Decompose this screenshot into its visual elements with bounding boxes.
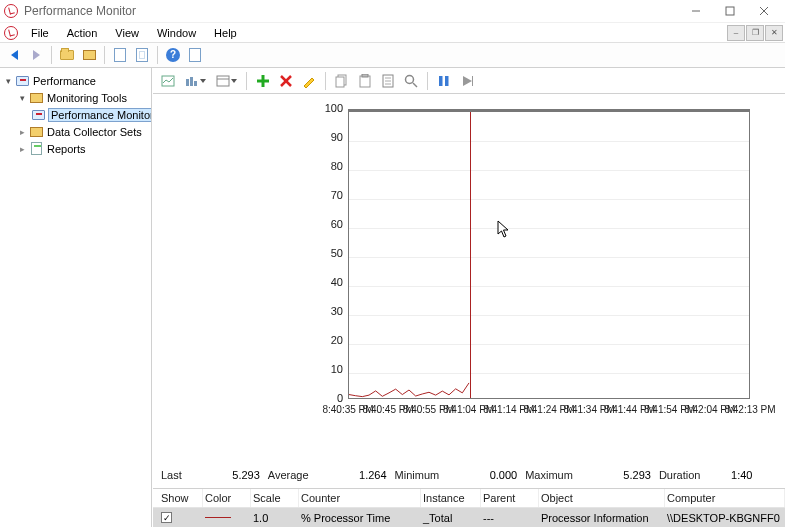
y-tick-label: 0 (319, 392, 343, 404)
tree-node-monitoring-tools[interactable]: ▾ Monitoring Tools (2, 89, 149, 106)
menu-view[interactable]: View (106, 25, 148, 41)
stat-duration-label: Duration (659, 469, 701, 481)
tree-node-data-collector-sets[interactable]: ▸ Data Collector Sets (2, 123, 149, 140)
col-counter[interactable]: Counter (299, 489, 421, 507)
help-button[interactable]: ? (163, 45, 183, 65)
add-counter-button[interactable] (252, 70, 274, 92)
counter-table[interactable]: Show Color Scale Counter Instance Parent… (153, 488, 785, 527)
tree-label: Data Collector Sets (47, 126, 142, 138)
menu-file[interactable]: File (22, 25, 58, 41)
folder-icon (60, 50, 74, 60)
toolbar: ? (0, 42, 785, 68)
expand-icon[interactable]: ▾ (16, 93, 28, 103)
x-tick-label: 8:42:13 PM (724, 404, 775, 415)
properties-button[interactable] (132, 45, 152, 65)
window-icon (83, 50, 96, 60)
svg-rect-5 (186, 79, 189, 86)
titlebar: Performance Monitor (0, 0, 785, 22)
y-tick-label: 50 (319, 247, 343, 259)
update-button[interactable] (456, 70, 478, 92)
close-button[interactable] (747, 1, 781, 21)
counter-row[interactable]: ✓ 1.0 % Processor Time _Total --- Proces… (153, 508, 785, 527)
chart-series-line (349, 112, 749, 398)
tree-label: Performance (33, 75, 96, 87)
expand-icon[interactable]: ▾ (2, 76, 14, 86)
folder-icon (30, 93, 43, 103)
chart-plot[interactable] (348, 109, 750, 399)
forward-button[interactable] (26, 45, 46, 65)
copy-properties-button[interactable] (331, 70, 353, 92)
stat-last-label: Last (161, 469, 182, 481)
svg-marker-26 (463, 76, 472, 86)
col-instance[interactable]: Instance (421, 489, 481, 507)
chart-type-button[interactable] (180, 70, 210, 92)
app-icon-small (4, 26, 18, 40)
y-tick-label: 10 (319, 363, 343, 375)
help-icon: ? (166, 48, 180, 62)
mdi-minimize-button[interactable]: – (727, 25, 745, 41)
stat-average-value: 1.264 (315, 468, 389, 482)
stat-minimum-value: 0.000 (445, 468, 519, 482)
tree-node-performance[interactable]: ▾ Performance (2, 72, 149, 89)
view-log-button[interactable] (157, 70, 179, 92)
highlight-button[interactable] (298, 70, 320, 92)
mdi-close-button[interactable]: ✕ (765, 25, 783, 41)
zoom-button[interactable] (400, 70, 422, 92)
new-window-button[interactable] (79, 45, 99, 65)
expand-icon[interactable]: ▸ (16, 144, 28, 154)
svg-rect-24 (439, 76, 443, 86)
menu-help[interactable]: Help (205, 25, 246, 41)
pane-icon (189, 48, 201, 62)
menu-window[interactable]: Window (148, 25, 205, 41)
svg-rect-16 (360, 76, 370, 87)
col-object[interactable]: Object (539, 489, 665, 507)
y-tick-label: 60 (319, 218, 343, 230)
view-select-button[interactable] (211, 70, 241, 92)
nav-tree[interactable]: ▾ Performance ▾ Monitoring Tools Perform… (0, 68, 152, 527)
sheet-icon (114, 48, 126, 62)
export-button[interactable] (110, 45, 130, 65)
tree-label: Reports (47, 143, 86, 155)
col-scale[interactable]: Scale (251, 489, 299, 507)
stat-maximum-label: Maximum (525, 469, 573, 481)
cell-counter: % Processor Time (299, 512, 421, 524)
svg-rect-15 (336, 77, 344, 87)
arrow-left-icon (11, 50, 18, 60)
color-swatch (205, 517, 231, 518)
paste-button[interactable] (354, 70, 376, 92)
chart-toolbar (153, 68, 785, 94)
cell-object: Processor Information (539, 512, 665, 524)
action-pane-button[interactable] (185, 45, 205, 65)
tree-node-reports[interactable]: ▸ Reports (2, 140, 149, 157)
tree-node-performance-monitor[interactable]: Performance Monitor (2, 106, 149, 123)
col-show[interactable]: Show (159, 489, 203, 507)
y-tick-label: 80 (319, 160, 343, 172)
minimize-button[interactable] (679, 1, 713, 21)
show-checkbox[interactable]: ✓ (161, 512, 172, 523)
col-parent[interactable]: Parent (481, 489, 539, 507)
mdi-restore-button[interactable]: ❐ (746, 25, 764, 41)
show-hide-tree-button[interactable] (57, 45, 77, 65)
back-button[interactable] (4, 45, 24, 65)
stat-duration-value: 1:40 (706, 468, 754, 482)
col-color[interactable]: Color (203, 489, 251, 507)
y-tick-label: 20 (319, 334, 343, 346)
col-computer[interactable]: Computer (665, 489, 785, 507)
chart-stats: Last 5.293 Average 1.264 Minimum 0.000 M… (153, 464, 785, 488)
svg-rect-8 (217, 76, 229, 86)
cell-parent: --- (481, 512, 539, 524)
menu-action[interactable]: Action (58, 25, 107, 41)
y-tick-label: 40 (319, 276, 343, 288)
monitor-icon (32, 110, 45, 120)
stat-maximum-value: 5.293 (579, 468, 653, 482)
svg-rect-6 (190, 77, 193, 86)
chart-properties-button[interactable] (377, 70, 399, 92)
expand-icon[interactable]: ▸ (16, 127, 28, 137)
maximize-button[interactable] (713, 1, 747, 21)
report-icon (31, 142, 42, 155)
chart-area[interactable]: 0102030405060708090100 8:40:35 PM8:40:45… (153, 94, 785, 464)
stat-average-label: Average (268, 469, 309, 481)
delete-counter-button[interactable] (275, 70, 297, 92)
freeze-button[interactable] (433, 70, 455, 92)
svg-rect-7 (194, 81, 197, 86)
